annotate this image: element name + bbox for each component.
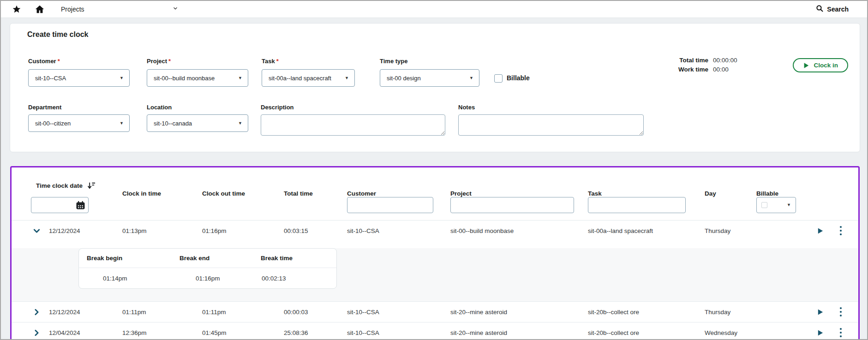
chevron-down-icon: ▼ <box>120 76 124 80</box>
location-value: sit-10--canada <box>154 120 192 127</box>
nav-projects-label: Projects <box>61 6 84 13</box>
column-header-clock-out[interactable]: Clock out time <box>200 190 282 197</box>
table-row[interactable]: 12/12/2024 01:13pm 01:16pm 00:03:15 sit-… <box>12 220 858 241</box>
kebab-menu-icon[interactable] <box>830 328 851 338</box>
task-label: Task* <box>262 58 279 65</box>
break-time-header: Break time <box>253 255 336 262</box>
chevron-down-icon: ▼ <box>345 76 349 80</box>
cell-project: sit-00--build moonbase <box>449 227 586 234</box>
expand-row-chevron-right-icon[interactable] <box>12 308 42 316</box>
expand-row-chevron-right-icon[interactable] <box>12 329 42 337</box>
break-time-value: 00:02:13 <box>253 275 336 282</box>
customer-filter-input[interactable] <box>347 197 433 213</box>
sort-descending-icon[interactable] <box>87 181 96 190</box>
cell-clock-in: 01:11pm <box>120 309 200 316</box>
break-begin-header: Break begin <box>79 255 172 262</box>
cell-project: sit-20--mine asteroid <box>449 329 586 336</box>
chevron-down-icon: ▼ <box>120 121 124 125</box>
customer-select[interactable]: sit-10--CSA ▼ <box>28 69 130 87</box>
cell-customer: sit-10--CSA <box>345 329 449 336</box>
time-clock-table-panel: Time clock date Clock in time Clock out … <box>10 166 860 340</box>
cell-task: sit-00a--land spacecraft <box>586 227 703 234</box>
home-icon[interactable] <box>31 4 48 14</box>
column-header-billable[interactable]: Billable <box>754 190 810 197</box>
task-filter-input[interactable] <box>588 197 686 213</box>
break-table-row: 01:14pm 01:16pm 00:02:13 <box>79 268 336 288</box>
task-value: sit-00a--land spacecraft <box>269 75 331 82</box>
billable-filter-select[interactable]: ▼ <box>756 197 796 213</box>
column-header-project[interactable]: Project <box>449 190 586 197</box>
project-filter-input[interactable] <box>450 197 574 213</box>
play-icon <box>803 62 809 69</box>
location-select[interactable]: sit-10--canada ▼ <box>147 114 248 132</box>
cell-task: sit-20b--collect ore <box>586 309 703 316</box>
notes-textarea[interactable] <box>458 114 644 136</box>
table-header-row: Time clock date Clock in time Clock out … <box>12 167 858 191</box>
required-asterisk: * <box>276 58 279 65</box>
billable-label: Billable <box>507 74 530 82</box>
column-header-total[interactable]: Total time <box>282 190 345 197</box>
location-label: Location <box>147 104 172 111</box>
time-type-value: sit-00 design <box>387 75 421 82</box>
chevron-down-icon: ▼ <box>469 76 473 80</box>
break-end-value: 01:16pm <box>172 275 253 282</box>
search-label: Search <box>827 6 849 13</box>
break-begin-value: 01:14pm <box>79 275 172 282</box>
cell-day: Thursday <box>703 227 754 234</box>
nav-projects-dropdown[interactable]: Projects <box>61 1 179 18</box>
search-button[interactable]: Search <box>816 5 849 14</box>
chevron-down-icon <box>172 5 179 13</box>
cell-clock-out: 01:11pm <box>200 309 282 316</box>
calendar-icon[interactable] <box>76 201 85 210</box>
favorite-star-icon[interactable] <box>8 5 25 14</box>
play-icon[interactable] <box>810 227 830 234</box>
project-select[interactable]: sit-00--build moonbase ▼ <box>147 69 248 87</box>
column-header-customer[interactable]: Customer <box>345 190 449 197</box>
department-select[interactable]: sit-00--citizen ▼ <box>28 114 130 132</box>
column-header-clock-in[interactable]: Clock in time <box>120 190 200 197</box>
kebab-menu-icon[interactable] <box>830 226 851 236</box>
project-value: sit-00--build moonbase <box>154 75 215 82</box>
break-table-header: Break begin Break end Break time <box>79 249 336 268</box>
row-expanded-detail: Break begin Break end Break time 01:14pm… <box>12 248 858 301</box>
task-select[interactable]: sit-00a--land spacecraft ▼ <box>262 69 355 87</box>
cell-total: 25:08:36 <box>282 329 345 336</box>
cell-clock-out: 01:45pm <box>200 329 282 336</box>
checkbox-placeholder-icon <box>761 202 767 208</box>
search-icon <box>816 5 824 14</box>
clock-in-button[interactable]: Clock in <box>793 58 848 72</box>
column-header-task[interactable]: Task <box>586 190 703 197</box>
chevron-down-icon: ▼ <box>238 76 242 80</box>
total-time-label: Total time <box>679 56 708 65</box>
table-row[interactable]: 12/04/2024 12:36pm 01:45pm 25:08:36 sit-… <box>12 322 858 340</box>
cell-task: sit-20b--collect ore <box>586 329 703 336</box>
customer-value: sit-10--CSA <box>35 75 66 82</box>
play-icon[interactable] <box>810 309 830 316</box>
cell-date: 12/12/2024 <box>42 227 120 234</box>
time-type-select[interactable]: sit-00 design ▼ <box>380 69 479 87</box>
work-time-label: Work time <box>678 65 708 74</box>
chevron-down-icon: ▼ <box>787 203 791 207</box>
chevron-down-icon: ▼ <box>238 121 242 125</box>
cell-day: Wednesday <box>703 329 754 336</box>
kebab-menu-icon[interactable] <box>830 307 851 317</box>
description-textarea[interactable] <box>261 114 445 136</box>
department-label: Department <box>28 104 61 111</box>
table-row[interactable]: 12/12/2024 01:11pm 01:11pm 00:00:03 sit-… <box>12 301 858 322</box>
column-header-date[interactable]: Time clock date <box>34 181 200 190</box>
billable-checkbox[interactable] <box>494 74 503 83</box>
required-asterisk: * <box>58 58 60 65</box>
collapse-row-chevron-down-icon[interactable] <box>12 227 42 235</box>
column-header-day[interactable]: Day <box>703 190 754 197</box>
time-type-label: Time type <box>380 58 407 65</box>
top-bar: Projects Search <box>1 1 867 18</box>
clock-in-label: Clock in <box>814 62 838 69</box>
cell-customer: sit-10--CSA <box>345 309 449 316</box>
cell-clock-in: 01:13pm <box>120 227 200 234</box>
total-time-value: 00:00:00 <box>713 56 742 65</box>
create-time-clock-panel: Create time clock Customer* Project* Tas… <box>10 23 860 152</box>
play-icon[interactable] <box>810 329 830 336</box>
project-label: Project* <box>147 58 171 65</box>
customer-label: Customer* <box>28 58 60 65</box>
panel-title: Create time clock <box>27 30 89 39</box>
